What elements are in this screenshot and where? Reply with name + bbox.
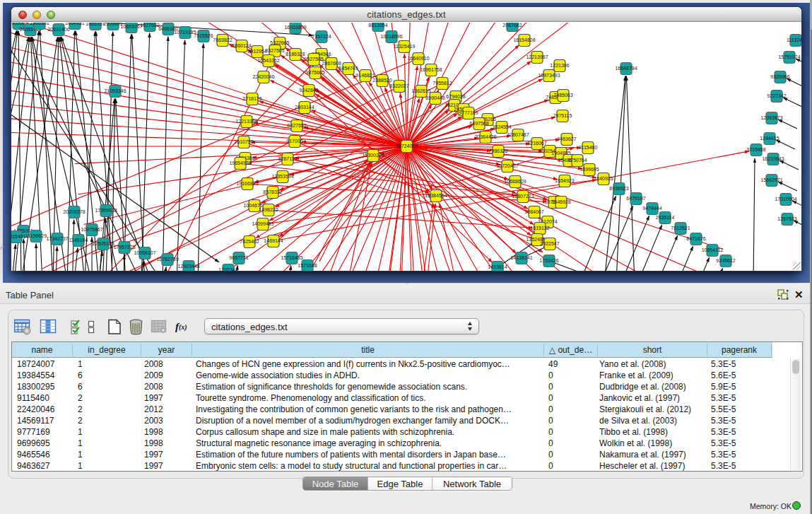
svg-text:1145194: 1145194 bbox=[69, 238, 88, 243]
svg-text:8912954: 8912954 bbox=[247, 49, 266, 54]
svg-text:20691406: 20691406 bbox=[47, 27, 69, 32]
svg-text:1571648: 1571648 bbox=[298, 263, 317, 268]
svg-text:1905301: 1905301 bbox=[30, 23, 49, 25]
svg-text:7955812: 7955812 bbox=[433, 81, 452, 86]
svg-text:7986322: 7986322 bbox=[488, 148, 507, 153]
svg-text:7663822: 7663822 bbox=[213, 37, 232, 42]
svg-text:9750764: 9750764 bbox=[567, 158, 587, 163]
svg-text:7612621: 7612621 bbox=[671, 226, 690, 230]
svg-text:2522547: 2522547 bbox=[540, 241, 559, 246]
svg-text:1292344: 1292344 bbox=[218, 267, 237, 271]
svg-text:8267110: 8267110 bbox=[278, 156, 298, 161]
svg-text:10973493: 10973493 bbox=[538, 73, 560, 78]
svg-text:9474444: 9474444 bbox=[642, 206, 661, 211]
svg-text:16543362: 16543362 bbox=[257, 58, 279, 63]
svg-text:12213967: 12213967 bbox=[526, 54, 548, 59]
svg-text:8813054: 8813054 bbox=[368, 23, 387, 28]
svg-text:11325419: 11325419 bbox=[394, 44, 416, 49]
svg-text:22420046: 22420046 bbox=[252, 74, 274, 79]
svg-text:18724007: 18724007 bbox=[396, 144, 418, 148]
svg-text:8454749: 8454749 bbox=[339, 66, 358, 71]
svg-text:16640910: 16640910 bbox=[407, 56, 429, 61]
svg-text:12213389: 12213389 bbox=[235, 119, 257, 124]
svg-text:(x): (x) bbox=[179, 323, 187, 332]
svg-text:14099489: 14099489 bbox=[252, 221, 273, 226]
svg-text:8471676: 8471676 bbox=[686, 236, 705, 241]
svg-text:1469144: 1469144 bbox=[264, 238, 283, 243]
svg-text:10958107: 10958107 bbox=[134, 250, 155, 255]
svg-text:9146821: 9146821 bbox=[355, 73, 375, 78]
svg-text:14138141: 14138141 bbox=[510, 255, 532, 260]
svg-text:1654923: 1654923 bbox=[555, 178, 574, 183]
svg-text:2935114: 2935114 bbox=[656, 215, 675, 220]
svg-text:10688609: 10688609 bbox=[504, 179, 526, 184]
svg-text:1646928: 1646928 bbox=[551, 199, 570, 204]
svg-text:7357224: 7357224 bbox=[312, 34, 331, 39]
svg-text:6479197: 6479197 bbox=[626, 196, 645, 201]
svg-text:6497568: 6497568 bbox=[469, 121, 488, 126]
svg-text:1244415: 1244415 bbox=[760, 136, 779, 141]
svg-text:9527505: 9527505 bbox=[304, 57, 323, 62]
svg-text:9899695: 9899695 bbox=[579, 167, 599, 172]
svg-text:1610755: 1610755 bbox=[234, 139, 253, 144]
svg-text:8990448: 8990448 bbox=[425, 95, 445, 100]
svg-text:10719185: 10719185 bbox=[174, 30, 196, 35]
svg-text:16154808: 16154808 bbox=[513, 37, 535, 42]
svg-text:1640935: 1640935 bbox=[594, 176, 613, 181]
svg-text:16782759: 16782759 bbox=[156, 257, 178, 262]
svg-text:3215958: 3215958 bbox=[746, 147, 765, 152]
svg-text:8660124: 8660124 bbox=[232, 43, 251, 48]
svg-text:1267533: 1267533 bbox=[777, 216, 796, 221]
svg-text:1221396: 1221396 bbox=[550, 63, 569, 68]
svg-text:8938923: 8938923 bbox=[609, 186, 628, 191]
svg-text:10807487: 10807487 bbox=[507, 132, 529, 137]
svg-text:20206578: 20206578 bbox=[63, 209, 85, 214]
svg-text:16961758: 16961758 bbox=[420, 67, 442, 72]
svg-text:15720407: 15720407 bbox=[496, 163, 518, 168]
svg-text:17359938: 17359938 bbox=[95, 208, 117, 213]
svg-text:17957225: 17957225 bbox=[113, 245, 135, 250]
svg-text:3084067: 3084067 bbox=[524, 209, 543, 214]
svg-text:9327505: 9327505 bbox=[265, 48, 284, 53]
svg-text:12923448: 12923448 bbox=[177, 264, 199, 269]
svg-text:12093873: 12093873 bbox=[760, 115, 782, 120]
svg-text:3875685: 3875685 bbox=[305, 70, 324, 75]
svg-text:7485063: 7485063 bbox=[553, 93, 572, 98]
svg-text:3824554: 3824554 bbox=[492, 124, 511, 129]
svg-text:17342737: 17342737 bbox=[46, 236, 68, 241]
svg-text:2867608: 2867608 bbox=[322, 61, 341, 66]
svg-text:6216067: 6216067 bbox=[527, 141, 546, 146]
svg-text:10654112: 10654112 bbox=[702, 247, 724, 252]
svg-text:19384554: 19384554 bbox=[425, 193, 447, 198]
svg-text:3915401: 3915401 bbox=[11, 234, 26, 239]
svg-text:10653267: 10653267 bbox=[120, 24, 142, 29]
svg-text:8186328: 8186328 bbox=[286, 52, 305, 57]
svg-text:1615132: 1615132 bbox=[530, 226, 549, 230]
svg-text:10975867: 10975867 bbox=[81, 227, 102, 232]
svg-text:11156829: 11156829 bbox=[25, 233, 47, 238]
svg-text:7625402: 7625402 bbox=[240, 239, 259, 244]
svg-text:2975115: 2975115 bbox=[553, 113, 572, 118]
svg-text:21053346: 21053346 bbox=[104, 88, 126, 93]
svg-text:19654938: 19654938 bbox=[229, 160, 251, 165]
svg-text:9245612: 9245612 bbox=[716, 258, 735, 263]
svg-text:19166825: 19166825 bbox=[236, 181, 258, 186]
svg-text:16033809: 16033809 bbox=[284, 25, 306, 30]
svg-text:15751074: 15751074 bbox=[778, 54, 800, 59]
svg-text:1733426: 1733426 bbox=[539, 258, 558, 263]
svg-text:1362615: 1362615 bbox=[411, 88, 430, 93]
svg-text:7515526: 7515526 bbox=[194, 33, 213, 38]
svg-text:16648784: 16648784 bbox=[615, 66, 637, 71]
svg-text:2087682: 2087682 bbox=[502, 23, 522, 28]
svg-text:1865331: 1865331 bbox=[86, 23, 105, 26]
svg-text:12353594: 12353594 bbox=[271, 174, 293, 179]
svg-text:20364436: 20364436 bbox=[474, 134, 496, 139]
svg-text:9115460: 9115460 bbox=[579, 145, 598, 150]
svg-text:15300275: 15300275 bbox=[362, 153, 384, 158]
svg-text:9329966: 9329966 bbox=[770, 74, 789, 79]
svg-text:12505135: 12505135 bbox=[92, 241, 114, 246]
svg-text:2803144: 2803144 bbox=[295, 105, 314, 110]
svg-text:2388520: 2388520 bbox=[372, 78, 392, 83]
svg-text:9463627: 9463627 bbox=[557, 136, 576, 141]
svg-text:16210643: 16210643 bbox=[762, 156, 784, 161]
